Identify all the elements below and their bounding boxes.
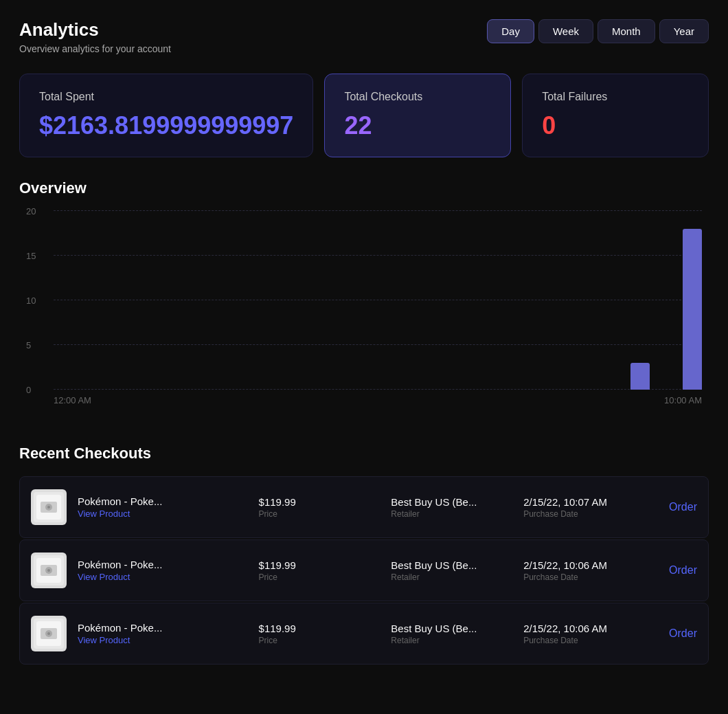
checkout-list: Pokémon - Poke... View Product $119.99 P… bbox=[19, 476, 709, 665]
view-product-link[interactable]: View Product bbox=[78, 635, 248, 645]
x-labels: 12:00 AM 10:00 AM bbox=[54, 395, 702, 405]
table-row: Pokémon - Poke... View Product $119.99 P… bbox=[19, 539, 709, 601]
price-label: Price bbox=[259, 636, 380, 645]
y-label-0: 0 bbox=[26, 385, 31, 395]
stat-value-spent: $2163.8199999999997 bbox=[39, 111, 293, 140]
table-row: Pokémon - Poke... View Product $119.99 P… bbox=[19, 476, 709, 538]
bars-area bbox=[54, 211, 702, 390]
price-label: Price bbox=[259, 509, 380, 519]
price-value: $119.99 bbox=[259, 623, 380, 634]
date-label: Purchase Date bbox=[523, 636, 645, 645]
col-date: 2/15/22, 10:07 AM Purchase Date bbox=[523, 496, 645, 519]
stat-card-failures: Total Failures 0 bbox=[522, 74, 709, 157]
retailer-label: Retailer bbox=[391, 509, 512, 519]
recent-checkouts-title: Recent Checkouts bbox=[19, 445, 709, 462]
date-value: 2/15/22, 10:07 AM bbox=[523, 496, 645, 508]
time-btn-day[interactable]: Day bbox=[487, 19, 534, 43]
x-label-end: 10:00 AM bbox=[664, 395, 702, 405]
stat-card-checkouts: Total Checkouts 22 bbox=[324, 74, 511, 157]
stat-value-failures: 0 bbox=[542, 111, 689, 140]
product-image-icon bbox=[34, 555, 64, 585]
svg-point-14 bbox=[47, 632, 50, 635]
table-row: Pokémon - Poke... View Product $119.99 P… bbox=[19, 603, 709, 665]
stat-value-checkouts: 22 bbox=[344, 111, 491, 140]
stat-card-spent: Total Spent $2163.8199999999997 bbox=[19, 74, 313, 157]
chart-area: 0 5 10 15 20 bbox=[54, 211, 702, 390]
svg-point-4 bbox=[47, 506, 50, 509]
time-btn-year[interactable]: Year bbox=[659, 19, 709, 43]
page-title: Analytics bbox=[19, 19, 171, 41]
col-price: $119.99 Price bbox=[259, 623, 380, 645]
date-label: Purchase Date bbox=[523, 572, 645, 582]
x-label-start: 12:00 AM bbox=[54, 395, 91, 405]
product-name: Pokémon - Poke... bbox=[78, 495, 248, 507]
price-value: $119.99 bbox=[259, 559, 380, 571]
y-label-15: 15 bbox=[26, 251, 36, 261]
product-thumbnail bbox=[31, 489, 67, 525]
col-retailer: Best Buy US (Be... Retailer bbox=[391, 496, 512, 519]
col-date: 2/15/22, 10:06 AM Purchase Date bbox=[523, 559, 645, 582]
y-label-5: 5 bbox=[26, 340, 31, 350]
stat-label-checkouts: Total Checkouts bbox=[344, 91, 491, 103]
product-info: Pokémon - Poke... View Product bbox=[78, 559, 248, 582]
chart-bar-1 bbox=[630, 363, 650, 390]
svg-point-9 bbox=[47, 569, 50, 572]
retailer-label: Retailer bbox=[391, 572, 512, 582]
product-name: Pokémon - Poke... bbox=[78, 622, 248, 634]
stat-label-failures: Total Failures bbox=[542, 91, 689, 103]
header-left: Analytics Overview analytics for your ac… bbox=[19, 19, 171, 54]
time-btn-month[interactable]: Month bbox=[598, 19, 655, 43]
price-label: Price bbox=[259, 572, 380, 582]
product-name: Pokémon - Poke... bbox=[78, 559, 248, 570]
stats-row: Total Spent $2163.8199999999997 Total Ch… bbox=[19, 74, 709, 157]
retailer-value: Best Buy US (Be... bbox=[391, 623, 512, 634]
col-price: $119.99 Price bbox=[259, 496, 380, 519]
date-value: 2/15/22, 10:06 AM bbox=[523, 623, 645, 634]
view-product-link[interactable]: View Product bbox=[78, 572, 248, 582]
time-btn-week[interactable]: Week bbox=[538, 19, 593, 43]
order-button[interactable]: Order bbox=[656, 564, 697, 577]
view-product-link[interactable]: View Product bbox=[78, 509, 248, 519]
retailer-label: Retailer bbox=[391, 636, 512, 645]
col-price: $119.99 Price bbox=[259, 559, 380, 582]
date-label: Purchase Date bbox=[523, 509, 645, 519]
product-thumbnail bbox=[31, 553, 67, 588]
y-label-20: 20 bbox=[26, 206, 36, 216]
col-date: 2/15/22, 10:06 AM Purchase Date bbox=[523, 623, 645, 645]
recent-checkouts-section: Recent Checkouts Pokémon - Poke... View … bbox=[19, 445, 709, 665]
retailer-value: Best Buy US (Be... bbox=[391, 559, 512, 571]
product-image-icon bbox=[34, 618, 64, 649]
product-info: Pokémon - Poke... View Product bbox=[78, 495, 248, 519]
product-thumbnail bbox=[31, 616, 67, 651]
col-retailer: Best Buy US (Be... Retailer bbox=[391, 559, 512, 582]
stat-label-spent: Total Spent bbox=[39, 91, 293, 103]
product-image-icon bbox=[34, 492, 64, 522]
page-header: Analytics Overview analytics for your ac… bbox=[19, 19, 709, 54]
price-value: $119.99 bbox=[259, 496, 380, 508]
overview-title: Overview bbox=[19, 179, 709, 197]
y-label-10: 10 bbox=[26, 295, 36, 306]
overview-section: Overview 0 5 10 15 bbox=[19, 179, 709, 417]
order-button[interactable]: Order bbox=[656, 501, 697, 513]
chart-container: 0 5 10 15 20 bbox=[19, 211, 709, 417]
retailer-value: Best Buy US (Be... bbox=[391, 496, 512, 508]
order-button[interactable]: Order bbox=[656, 627, 697, 640]
time-filter: Day Week Month Year bbox=[487, 19, 709, 43]
product-info: Pokémon - Poke... View Product bbox=[78, 622, 248, 645]
page-subtitle: Overview analytics for your account bbox=[19, 43, 171, 54]
col-retailer: Best Buy US (Be... Retailer bbox=[391, 623, 512, 645]
date-value: 2/15/22, 10:06 AM bbox=[523, 559, 645, 571]
chart-bar-2 bbox=[683, 229, 702, 390]
